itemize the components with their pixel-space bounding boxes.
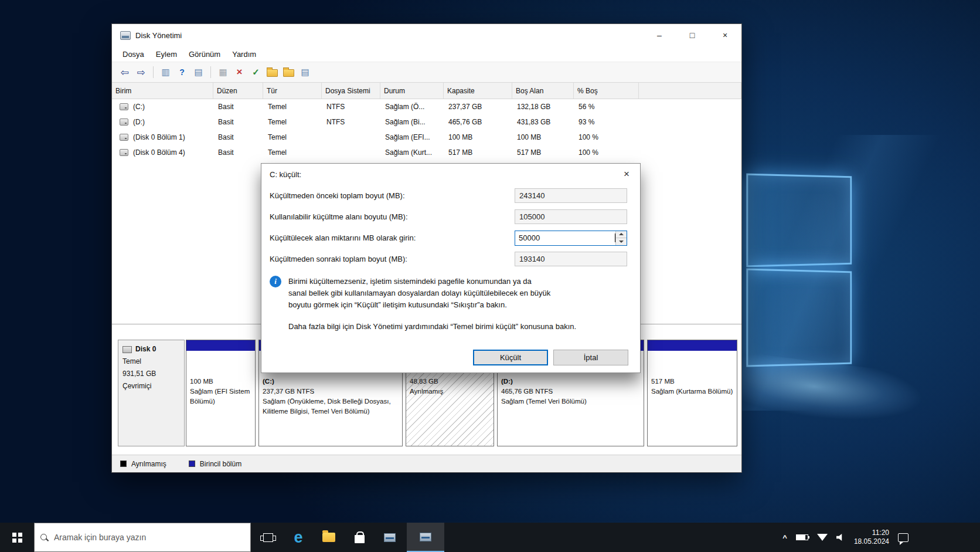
table-cell: 93 % — [574, 114, 639, 130]
partition-recovery-block[interactable]: 517 MB Sağlam (Kurtarma Bölümü) — [647, 340, 737, 446]
table-row-bolum4[interactable]: (Disk 0 Bölüm 4) Basit Temel Sağlam (Kur… — [112, 145, 741, 160]
table-cell: 517 MB — [444, 145, 512, 160]
partition-name: (D:) — [501, 377, 640, 387]
task-view-button[interactable] — [254, 523, 281, 552]
menu-item-eylem[interactable]: Eylem — [150, 48, 183, 61]
delete-volume-icon[interactable]: × — [233, 66, 246, 79]
back-icon[interactable]: ⇦ — [118, 66, 131, 79]
forward-icon[interactable]: ⇨ — [134, 66, 148, 79]
shrink-info-text: Birimi küçültemezseniz, işletim sistemin… — [288, 276, 550, 311]
network-icon[interactable] — [817, 534, 828, 541]
open-folder-icon[interactable] — [267, 69, 278, 77]
hidden-icons-chevron[interactable]: ^ — [782, 533, 787, 542]
column-header-dosya-sistemi[interactable]: Dosya Sistemi — [322, 83, 380, 99]
table-cell: 100 MB — [512, 130, 574, 145]
window-titlebar[interactable]: Disk Yönetimi – □ × — [112, 24, 741, 46]
store-bag-icon — [355, 535, 365, 543]
disk-management-taskbar-button[interactable] — [407, 523, 444, 552]
windows-logo-icon — [12, 533, 22, 543]
taskbar-search[interactable] — [34, 523, 251, 552]
table-row-d[interactable]: (D:) Basit Temel NTFS Sağlam (Bi... 465,… — [112, 114, 741, 130]
wallpaper-window-pane — [746, 174, 852, 267]
partition-status: Sağlam (Önyükleme, Disk Belleği Dosyası,… — [263, 397, 399, 416]
file-explorer-button[interactable] — [315, 523, 342, 552]
spinner-down-icon — [619, 241, 624, 243]
disk-name: Disk 0 — [135, 343, 156, 355]
shrink-amount-label: Küçültülecek alan miktarını MB olarak gi… — [270, 233, 416, 242]
taskbar-clock[interactable]: 11:20 18.05.2024 — [854, 529, 889, 546]
details-view-icon[interactable]: ▤ — [298, 66, 312, 79]
store-button[interactable] — [346, 523, 373, 552]
partition-color-band — [186, 340, 255, 351]
close-button[interactable]: × — [709, 24, 741, 46]
partition-size: 465,76 GB NTFS — [501, 387, 640, 397]
primary-partition-swatch-icon — [189, 460, 195, 467]
window-title: Disk Yönetimi — [135, 31, 182, 40]
column-header-duzen[interactable]: Düzen — [213, 83, 263, 99]
disk-management-icon — [384, 533, 396, 542]
table-cell: 431,83 GB — [512, 114, 574, 130]
column-header-birim[interactable]: Birim — [112, 83, 213, 99]
column-header-tur[interactable]: Tür — [263, 83, 322, 99]
table-cell: 465,76 GB — [444, 114, 512, 130]
available-shrink-label: Kullanılabilir küçültme alanı boyutu (MB… — [270, 212, 408, 221]
partition-efi-block[interactable]: 100 MB Sağlam (EFI Sistem Bölümü) — [186, 340, 256, 446]
table-cell: Basit — [213, 114, 263, 130]
start-button[interactable] — [0, 523, 34, 552]
action-center-icon[interactable] — [898, 533, 908, 542]
partition-size: 100 MB — [190, 377, 251, 387]
column-header-kapasite[interactable]: Kapasite — [444, 83, 512, 99]
total-after-field: 193140 — [515, 252, 627, 266]
cancel-button[interactable]: İptal — [553, 350, 628, 365]
minimize-button[interactable]: – — [643, 24, 676, 46]
battery-icon[interactable] — [796, 534, 808, 540]
table-row-bolum1[interactable]: (Disk 0 Bölüm 1) Basit Temel Sağlam (EFI… — [112, 130, 741, 145]
table-cell — [639, 114, 741, 130]
menu-item-gorunum[interactable]: Görünüm — [183, 48, 226, 61]
table-row-c[interactable]: (C:) Basit Temel NTFS Sağlam (Ö... 237,3… — [112, 99, 741, 114]
unallocated-swatch-icon — [120, 460, 127, 467]
menu-item-yardim[interactable]: Yardım — [226, 48, 262, 61]
shrink-amount-input[interactable]: 50000 — [515, 231, 627, 246]
spinner-up-button[interactable] — [616, 231, 627, 239]
table-cell: Sağlam (Bi... — [380, 114, 444, 130]
volume-icon — [120, 103, 128, 110]
column-header-bos-alan[interactable]: Boş Alan — [512, 83, 574, 99]
search-input[interactable] — [54, 533, 244, 542]
dialog-titlebar[interactable]: C: küçült: × — [261, 164, 640, 185]
disk-management-pinned-button[interactable] — [376, 523, 403, 552]
mark-active-icon[interactable]: ✓ — [249, 66, 263, 79]
column-header-durum[interactable]: Durum — [380, 83, 444, 99]
console-tree-icon[interactable]: ▥ — [159, 66, 172, 79]
dialog-close-button[interactable]: × — [613, 165, 640, 183]
disk-size: 931,51 GB — [122, 368, 180, 380]
table-cell — [322, 130, 380, 145]
properties-icon[interactable]: ▦ — [216, 66, 230, 79]
maximize-button[interactable]: □ — [676, 24, 709, 46]
info-icon: i — [270, 276, 281, 287]
shrink-button[interactable]: Küçült — [473, 350, 548, 365]
legend-bar: Ayrılmamış Birincil bölüm — [112, 455, 741, 472]
table-cell: NTFS — [322, 114, 380, 130]
table-cell: Temel — [263, 99, 322, 114]
help-icon[interactable]: ? — [175, 66, 189, 79]
spinner-down-button[interactable] — [616, 238, 627, 245]
volume-icon — [120, 149, 128, 156]
volume-icon — [120, 134, 128, 141]
menu-item-dosya[interactable]: Dosya — [117, 48, 150, 61]
edge-icon: e — [294, 530, 302, 546]
table-cell: (Disk 0 Bölüm 4) — [112, 145, 213, 160]
volume-speaker-icon[interactable] — [836, 534, 845, 541]
edge-button[interactable]: e — [285, 523, 312, 552]
volume-icon — [120, 118, 128, 126]
action-pane-icon[interactable]: ▤ — [192, 66, 205, 79]
volume-table-header: Birim Düzen Tür Dosya Sistemi Durum Kapa… — [112, 83, 741, 99]
table-cell: 100 % — [574, 145, 639, 160]
legend-item-primary: Birincil bölüm — [189, 460, 241, 468]
column-header-yuzde-bos[interactable]: % Boş — [574, 83, 639, 99]
system-tray: ^ 11:20 18.05.2024 — [782, 523, 980, 552]
table-cell: Basit — [213, 99, 263, 114]
explore-folder-icon[interactable] — [283, 69, 294, 77]
table-cell: (Disk 0 Bölüm 1) — [112, 130, 213, 145]
disk0-info-panel[interactable]: Disk 0 Temel 931,51 GB Çevrimiçi — [118, 340, 185, 446]
